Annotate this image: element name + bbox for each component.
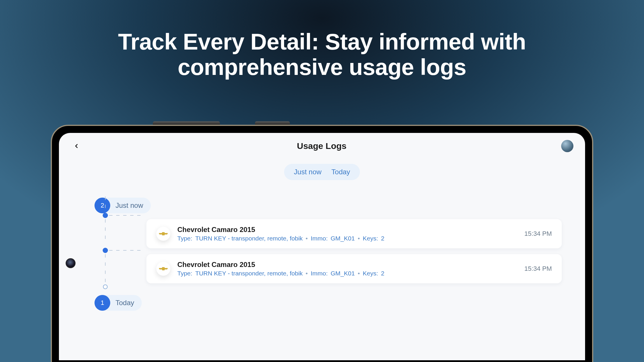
- section-label: Today: [116, 299, 134, 307]
- timeline-column: [102, 196, 108, 311]
- log-meta: Type: TURN KEY - transponder, remote, fo…: [177, 235, 517, 242]
- log-timestamp: 15:34 PM: [524, 230, 552, 238]
- device-notches: [51, 121, 593, 125]
- log-card-body: Chevrolet Camaro 2015 Type: TURN KEY - t…: [177, 261, 517, 277]
- log-card-body: Chevrolet Camaro 2015 Type: TURN KEY - t…: [177, 226, 517, 242]
- filter-today[interactable]: Today: [331, 168, 350, 176]
- hero: Track Every Detail: Stay informed with c…: [0, 0, 644, 80]
- chevron-left-icon: [73, 143, 80, 149]
- device-bezel: Usage Logs Just now Today: [58, 132, 586, 361]
- hero-title: Track Every Detail: Stay informed with c…: [118, 29, 526, 80]
- back-button[interactable]: [71, 140, 82, 152]
- page-title: Usage Logs: [297, 141, 346, 151]
- section-label: Just now: [116, 201, 143, 210]
- app-screen: Usage Logs Just now Today: [59, 133, 585, 360]
- section-header-today: 1 Today: [94, 295, 142, 311]
- topbar: Usage Logs: [59, 133, 585, 155]
- log-card[interactable]: Chevrolet Camaro 2015 Type: TURN KEY - t…: [146, 219, 562, 248]
- device-top-button: [153, 121, 220, 125]
- device-frame: Usage Logs Just now Today: [51, 125, 593, 362]
- log-content: 2 Just now Chevrolet Camaro 2015 Type:: [59, 180, 585, 311]
- filter-just-now[interactable]: Just now: [294, 168, 322, 176]
- timeline-dot: [103, 213, 108, 218]
- device-top-button: [255, 121, 290, 125]
- log-title: Chevrolet Camaro 2015: [177, 261, 517, 269]
- log-meta: Type: TURN KEY - transponder, remote, fo…: [177, 270, 517, 277]
- log-cards: Chevrolet Camaro 2015 Type: TURN KEY - t…: [146, 219, 562, 283]
- timeline-dot: [103, 248, 108, 253]
- log-card[interactable]: Chevrolet Camaro 2015 Type: TURN KEY - t…: [146, 254, 562, 283]
- timeline-dot-hollow: [103, 284, 108, 289]
- filter-pill: Just now Today: [284, 164, 360, 180]
- log-title: Chevrolet Camaro 2015: [177, 226, 517, 234]
- brand-logo-icon: [156, 227, 170, 241]
- brand-logo-icon: [156, 262, 170, 276]
- log-timestamp: 15:34 PM: [524, 265, 552, 273]
- avatar[interactable]: [561, 140, 573, 152]
- device-mockup: Usage Logs Just now Today: [51, 121, 593, 362]
